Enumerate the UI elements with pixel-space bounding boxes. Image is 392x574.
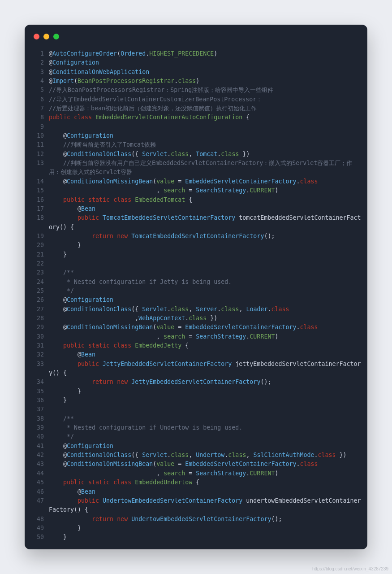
zoom-icon[interactable] bbox=[53, 34, 59, 39]
code-line: 46 @Bean bbox=[27, 487, 363, 496]
line-number: 31 bbox=[27, 341, 49, 350]
line-number: 5 bbox=[27, 86, 49, 95]
line-number: 34 bbox=[27, 378, 49, 387]
line-source: @Bean bbox=[49, 204, 363, 213]
line-number: 20 bbox=[27, 241, 49, 250]
code-line: 48 return new UndertowEmbeddedServletCon… bbox=[27, 515, 363, 524]
line-number: 28 bbox=[27, 314, 49, 323]
line-source: @Configuration bbox=[49, 58, 363, 67]
line-source: /** bbox=[49, 414, 363, 423]
code-line: 37 bbox=[27, 405, 363, 414]
line-number: 47 bbox=[27, 496, 49, 515]
code-line: 41 @Configuration bbox=[27, 442, 363, 451]
code-line: 7//后置处理器：bean初始化前后（创建完对象，还没赋值赋值）执行初始化工作 bbox=[27, 104, 363, 113]
line-number: 24 bbox=[27, 278, 49, 287]
line-source: } bbox=[49, 524, 363, 533]
line-source: @AutoConfigureOrder(Ordered.HIGHEST_PREC… bbox=[49, 49, 363, 58]
line-number: 43 bbox=[27, 460, 49, 469]
line-number: 3 bbox=[27, 68, 49, 77]
line-source: return new TomcatEmbeddedServletContaine… bbox=[49, 232, 363, 241]
line-source bbox=[49, 122, 363, 131]
line-number: 32 bbox=[27, 350, 49, 359]
line-number: 35 bbox=[27, 387, 49, 396]
line-source: */ bbox=[49, 432, 363, 441]
line-number: 26 bbox=[27, 296, 49, 304]
line-source: return new UndertowEmbeddedServletContai… bbox=[49, 515, 363, 524]
code-line: 34 return new JettyEmbeddedServletContai… bbox=[27, 378, 363, 387]
line-number: 39 bbox=[27, 423, 49, 432]
code-line: 31 public static class EmbeddedJetty { bbox=[27, 341, 363, 350]
line-source: @ConditionalOnMissingBean(value = Embedd… bbox=[49, 323, 363, 332]
code-line: 17 @Bean bbox=[27, 204, 363, 213]
line-number: 45 bbox=[27, 478, 49, 487]
line-source: //导入了EmbeddedServletContainerCustomizerB… bbox=[49, 95, 363, 104]
line-source: @Bean bbox=[49, 487, 363, 496]
line-source: public static class EmbeddedJetty { bbox=[49, 341, 363, 350]
line-number: 48 bbox=[27, 515, 49, 524]
line-source: @Import(BeanPostProcessorsRegistrar.clas… bbox=[49, 77, 363, 86]
line-source: return new JettyEmbeddedServletContainer… bbox=[49, 378, 363, 387]
code-line: 15 , search = SearchStrategy.CURRENT) bbox=[27, 186, 363, 195]
line-number: 15 bbox=[27, 186, 49, 195]
line-source: public class EmbeddedServletContainerAut… bbox=[49, 113, 363, 122]
line-source: */ bbox=[49, 287, 363, 296]
line-source: @Configuration bbox=[49, 131, 363, 140]
code-line: 26 @Configuration bbox=[27, 296, 363, 304]
code-line: 32 @Bean bbox=[27, 350, 363, 359]
code-line: 27 @ConditionalOnClass({ Servlet.class, … bbox=[27, 305, 363, 314]
code-line: 22 bbox=[27, 259, 363, 268]
line-number: 17 bbox=[27, 204, 49, 213]
line-source: @ConditionalOnMissingBean(value = Embedd… bbox=[49, 460, 363, 469]
line-number: 50 bbox=[27, 533, 49, 542]
code-line: 42 @ConditionalOnClass({ Servlet.class, … bbox=[27, 451, 363, 460]
line-number: 33 bbox=[27, 360, 49, 378]
watermark: https://blog.csdn.net/weixin_43287239 bbox=[312, 567, 388, 571]
line-number: 14 bbox=[27, 177, 49, 186]
line-source: ,WebAppContext.class }) bbox=[49, 314, 363, 323]
line-source: } bbox=[49, 250, 363, 259]
line-number: 40 bbox=[27, 432, 49, 441]
code-block: 1@AutoConfigureOrder(Ordered.HIGHEST_PRE… bbox=[25, 39, 367, 549]
code-line: 3@ConditionalOnWebApplication bbox=[27, 68, 363, 77]
minimize-icon[interactable] bbox=[43, 34, 49, 39]
code-line: 16 public static class EmbeddedTomcat { bbox=[27, 196, 363, 204]
line-number: 46 bbox=[27, 487, 49, 496]
line-number: 18 bbox=[27, 213, 49, 232]
line-number: 30 bbox=[27, 332, 49, 341]
line-number: 29 bbox=[27, 323, 49, 332]
line-source: } bbox=[49, 396, 363, 405]
code-line: 19 return new TomcatEmbeddedServletConta… bbox=[27, 232, 363, 241]
code-line: 28 ,WebAppContext.class }) bbox=[27, 314, 363, 323]
line-number: 25 bbox=[27, 287, 49, 296]
code-line: 21 } bbox=[27, 250, 363, 259]
code-line: 14 @ConditionalOnMissingBean(value = Emb… bbox=[27, 177, 363, 186]
line-source: } bbox=[49, 241, 363, 250]
line-source: public TomcatEmbeddedServletContainerFac… bbox=[49, 213, 363, 232]
code-line: 30 , search = SearchStrategy.CURRENT) bbox=[27, 332, 363, 341]
code-line: 2@Configuration bbox=[27, 58, 363, 67]
close-icon[interactable] bbox=[34, 34, 39, 39]
line-source: //导入BeanPostProcessorsRegistrar：Spring注解… bbox=[49, 86, 363, 95]
code-line: 35 } bbox=[27, 387, 363, 396]
line-number: 41 bbox=[27, 442, 49, 451]
code-line: 20 } bbox=[27, 241, 363, 250]
line-number: 36 bbox=[27, 396, 49, 405]
line-source: //后置处理器：bean初始化前后（创建完对象，还没赋值赋值）执行初始化工作 bbox=[49, 104, 363, 113]
code-line: 43 @ConditionalOnMissingBean(value = Emb… bbox=[27, 460, 363, 469]
line-number: 6 bbox=[27, 95, 49, 104]
line-source: /** bbox=[49, 268, 363, 277]
line-source: @Configuration bbox=[49, 442, 363, 451]
code-line: 49 } bbox=[27, 524, 363, 533]
line-number: 37 bbox=[27, 405, 49, 414]
code-line: 29 @ConditionalOnMissingBean(value = Emb… bbox=[27, 323, 363, 332]
code-line: 45 public static class EmbeddedUndertow … bbox=[27, 478, 363, 487]
line-number: 38 bbox=[27, 414, 49, 423]
code-line: 38 /** bbox=[27, 414, 363, 423]
line-source: @Configuration bbox=[49, 296, 363, 304]
line-source: @ConditionalOnClass({ Servlet.class, Ser… bbox=[49, 305, 363, 314]
line-source: @ConditionalOnWebApplication bbox=[49, 68, 363, 77]
line-source: @Bean bbox=[49, 350, 363, 359]
line-number: 9 bbox=[27, 122, 49, 131]
code-line: 18 public TomcatEmbeddedServletContainer… bbox=[27, 213, 363, 232]
code-line: 10 @Configuration bbox=[27, 131, 363, 140]
